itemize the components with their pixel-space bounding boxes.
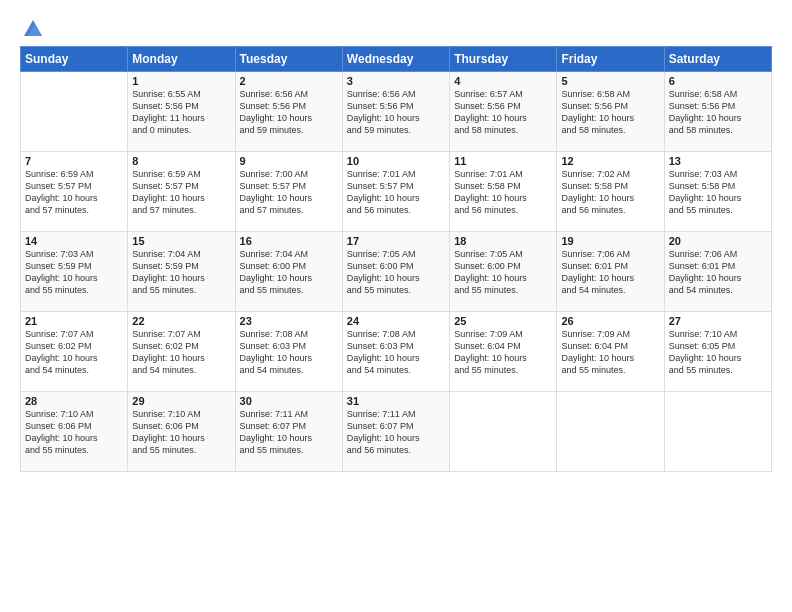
day-number: 12 xyxy=(561,155,659,167)
day-info: Sunrise: 7:06 AM Sunset: 6:01 PM Dayligh… xyxy=(669,248,767,297)
calendar-cell: 2Sunrise: 6:56 AM Sunset: 5:56 PM Daylig… xyxy=(235,72,342,152)
calendar-header-row: SundayMondayTuesdayWednesdayThursdayFrid… xyxy=(21,47,772,72)
logo-icon xyxy=(22,18,44,40)
calendar-cell: 11Sunrise: 7:01 AM Sunset: 5:58 PM Dayli… xyxy=(450,152,557,232)
day-number: 21 xyxy=(25,315,123,327)
day-info: Sunrise: 7:03 AM Sunset: 5:59 PM Dayligh… xyxy=(25,248,123,297)
calendar-cell: 10Sunrise: 7:01 AM Sunset: 5:57 PM Dayli… xyxy=(342,152,449,232)
calendar-cell: 23Sunrise: 7:08 AM Sunset: 6:03 PM Dayli… xyxy=(235,312,342,392)
day-info: Sunrise: 7:04 AM Sunset: 6:00 PM Dayligh… xyxy=(240,248,338,297)
day-info: Sunrise: 6:58 AM Sunset: 5:56 PM Dayligh… xyxy=(669,88,767,137)
day-number: 26 xyxy=(561,315,659,327)
day-number: 25 xyxy=(454,315,552,327)
calendar-cell: 7Sunrise: 6:59 AM Sunset: 5:57 PM Daylig… xyxy=(21,152,128,232)
calendar-table: SundayMondayTuesdayWednesdayThursdayFrid… xyxy=(20,46,772,472)
day-number: 8 xyxy=(132,155,230,167)
day-info: Sunrise: 7:10 AM Sunset: 6:06 PM Dayligh… xyxy=(25,408,123,457)
calendar-cell: 22Sunrise: 7:07 AM Sunset: 6:02 PM Dayli… xyxy=(128,312,235,392)
calendar-cell: 21Sunrise: 7:07 AM Sunset: 6:02 PM Dayli… xyxy=(21,312,128,392)
header-friday: Friday xyxy=(557,47,664,72)
day-number: 2 xyxy=(240,75,338,87)
day-info: Sunrise: 7:09 AM Sunset: 6:04 PM Dayligh… xyxy=(454,328,552,377)
day-info: Sunrise: 7:02 AM Sunset: 5:58 PM Dayligh… xyxy=(561,168,659,217)
day-number: 23 xyxy=(240,315,338,327)
day-info: Sunrise: 6:55 AM Sunset: 5:56 PM Dayligh… xyxy=(132,88,230,137)
day-number: 29 xyxy=(132,395,230,407)
day-info: Sunrise: 7:07 AM Sunset: 6:02 PM Dayligh… xyxy=(132,328,230,377)
day-info: Sunrise: 7:05 AM Sunset: 6:00 PM Dayligh… xyxy=(347,248,445,297)
page: SundayMondayTuesdayWednesdayThursdayFrid… xyxy=(0,0,792,612)
header-monday: Monday xyxy=(128,47,235,72)
day-number: 20 xyxy=(669,235,767,247)
day-info: Sunrise: 6:58 AM Sunset: 5:56 PM Dayligh… xyxy=(561,88,659,137)
day-number: 27 xyxy=(669,315,767,327)
day-info: Sunrise: 7:03 AM Sunset: 5:58 PM Dayligh… xyxy=(669,168,767,217)
day-number: 15 xyxy=(132,235,230,247)
day-number: 24 xyxy=(347,315,445,327)
day-number: 1 xyxy=(132,75,230,87)
day-number: 22 xyxy=(132,315,230,327)
day-number: 17 xyxy=(347,235,445,247)
day-info: Sunrise: 7:01 AM Sunset: 5:57 PM Dayligh… xyxy=(347,168,445,217)
day-info: Sunrise: 7:01 AM Sunset: 5:58 PM Dayligh… xyxy=(454,168,552,217)
day-info: Sunrise: 7:10 AM Sunset: 6:06 PM Dayligh… xyxy=(132,408,230,457)
day-number: 16 xyxy=(240,235,338,247)
calendar-cell: 25Sunrise: 7:09 AM Sunset: 6:04 PM Dayli… xyxy=(450,312,557,392)
calendar-cell: 17Sunrise: 7:05 AM Sunset: 6:00 PM Dayli… xyxy=(342,232,449,312)
day-info: Sunrise: 7:10 AM Sunset: 6:05 PM Dayligh… xyxy=(669,328,767,377)
day-info: Sunrise: 6:57 AM Sunset: 5:56 PM Dayligh… xyxy=(454,88,552,137)
day-number: 13 xyxy=(669,155,767,167)
calendar-cell: 12Sunrise: 7:02 AM Sunset: 5:58 PM Dayli… xyxy=(557,152,664,232)
header-tuesday: Tuesday xyxy=(235,47,342,72)
day-info: Sunrise: 7:09 AM Sunset: 6:04 PM Dayligh… xyxy=(561,328,659,377)
day-number: 10 xyxy=(347,155,445,167)
calendar-cell: 15Sunrise: 7:04 AM Sunset: 5:59 PM Dayli… xyxy=(128,232,235,312)
calendar-cell xyxy=(21,72,128,152)
calendar-week-3: 14Sunrise: 7:03 AM Sunset: 5:59 PM Dayli… xyxy=(21,232,772,312)
day-info: Sunrise: 7:08 AM Sunset: 6:03 PM Dayligh… xyxy=(347,328,445,377)
calendar-cell: 27Sunrise: 7:10 AM Sunset: 6:05 PM Dayli… xyxy=(664,312,771,392)
calendar-cell: 26Sunrise: 7:09 AM Sunset: 6:04 PM Dayli… xyxy=(557,312,664,392)
calendar-week-2: 7Sunrise: 6:59 AM Sunset: 5:57 PM Daylig… xyxy=(21,152,772,232)
calendar-cell: 24Sunrise: 7:08 AM Sunset: 6:03 PM Dayli… xyxy=(342,312,449,392)
calendar-week-5: 28Sunrise: 7:10 AM Sunset: 6:06 PM Dayli… xyxy=(21,392,772,472)
day-info: Sunrise: 6:59 AM Sunset: 5:57 PM Dayligh… xyxy=(25,168,123,217)
calendar-cell: 5Sunrise: 6:58 AM Sunset: 5:56 PM Daylig… xyxy=(557,72,664,152)
calendar-cell: 13Sunrise: 7:03 AM Sunset: 5:58 PM Dayli… xyxy=(664,152,771,232)
calendar-week-4: 21Sunrise: 7:07 AM Sunset: 6:02 PM Dayli… xyxy=(21,312,772,392)
day-info: Sunrise: 7:08 AM Sunset: 6:03 PM Dayligh… xyxy=(240,328,338,377)
header-thursday: Thursday xyxy=(450,47,557,72)
calendar-cell: 28Sunrise: 7:10 AM Sunset: 6:06 PM Dayli… xyxy=(21,392,128,472)
calendar-cell: 9Sunrise: 7:00 AM Sunset: 5:57 PM Daylig… xyxy=(235,152,342,232)
day-number: 30 xyxy=(240,395,338,407)
calendar-cell: 20Sunrise: 7:06 AM Sunset: 6:01 PM Dayli… xyxy=(664,232,771,312)
calendar-cell: 31Sunrise: 7:11 AM Sunset: 6:07 PM Dayli… xyxy=(342,392,449,472)
day-info: Sunrise: 7:05 AM Sunset: 6:00 PM Dayligh… xyxy=(454,248,552,297)
day-number: 19 xyxy=(561,235,659,247)
header-sunday: Sunday xyxy=(21,47,128,72)
calendar-cell: 3Sunrise: 6:56 AM Sunset: 5:56 PM Daylig… xyxy=(342,72,449,152)
day-info: Sunrise: 7:07 AM Sunset: 6:02 PM Dayligh… xyxy=(25,328,123,377)
calendar-cell xyxy=(450,392,557,472)
day-number: 28 xyxy=(25,395,123,407)
header-wednesday: Wednesday xyxy=(342,47,449,72)
day-number: 14 xyxy=(25,235,123,247)
day-number: 7 xyxy=(25,155,123,167)
day-number: 6 xyxy=(669,75,767,87)
day-number: 31 xyxy=(347,395,445,407)
calendar-cell: 1Sunrise: 6:55 AM Sunset: 5:56 PM Daylig… xyxy=(128,72,235,152)
header-saturday: Saturday xyxy=(664,47,771,72)
calendar-cell: 16Sunrise: 7:04 AM Sunset: 6:00 PM Dayli… xyxy=(235,232,342,312)
day-info: Sunrise: 7:06 AM Sunset: 6:01 PM Dayligh… xyxy=(561,248,659,297)
day-info: Sunrise: 7:11 AM Sunset: 6:07 PM Dayligh… xyxy=(240,408,338,457)
calendar-cell xyxy=(664,392,771,472)
day-info: Sunrise: 6:56 AM Sunset: 5:56 PM Dayligh… xyxy=(240,88,338,137)
header xyxy=(20,18,772,36)
day-number: 9 xyxy=(240,155,338,167)
logo xyxy=(20,18,44,36)
calendar-cell: 6Sunrise: 6:58 AM Sunset: 5:56 PM Daylig… xyxy=(664,72,771,152)
day-number: 18 xyxy=(454,235,552,247)
calendar-cell: 29Sunrise: 7:10 AM Sunset: 6:06 PM Dayli… xyxy=(128,392,235,472)
day-number: 5 xyxy=(561,75,659,87)
calendar-cell: 14Sunrise: 7:03 AM Sunset: 5:59 PM Dayli… xyxy=(21,232,128,312)
